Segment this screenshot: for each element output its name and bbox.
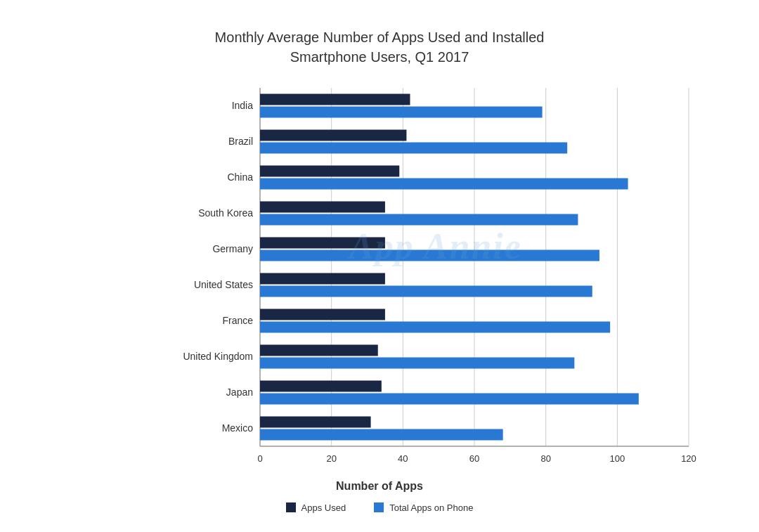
chart-title: Monthly Average Number of Apps Used and … — [56, 27, 703, 67]
svg-text:60: 60 — [469, 453, 479, 464]
legend-color-apps-used — [286, 502, 296, 512]
svg-rect-19 — [260, 237, 385, 248]
svg-rect-17 — [260, 214, 578, 225]
svg-rect-23 — [260, 285, 592, 297]
svg-text:20: 20 — [326, 453, 336, 464]
svg-text:Mexico: Mexico — [222, 422, 254, 433]
svg-rect-26 — [260, 321, 610, 332]
legend-label-apps-used: Apps Used — [301, 502, 346, 513]
svg-rect-25 — [260, 309, 385, 320]
svg-text:China: China — [227, 171, 253, 182]
svg-rect-20 — [260, 249, 599, 261]
svg-rect-34 — [260, 416, 371, 427]
svg-rect-31 — [260, 380, 382, 391]
svg-text:India: India — [232, 99, 254, 110]
svg-text:120: 120 — [681, 453, 696, 464]
svg-rect-13 — [260, 165, 399, 176]
svg-rect-32 — [260, 393, 639, 404]
chart-legend: Apps Used Total Apps on Phone — [56, 502, 703, 513]
svg-text:80: 80 — [540, 453, 550, 464]
legend-item-apps-used: Apps Used — [286, 502, 346, 513]
chart-container: Monthly Average Number of Apps Used and … — [28, 13, 731, 519]
legend-item-total-apps: Total Apps on Phone — [374, 502, 473, 513]
svg-rect-29 — [260, 357, 574, 368]
svg-rect-22 — [260, 273, 385, 284]
svg-text:France: France — [222, 314, 253, 325]
svg-text:40: 40 — [398, 453, 408, 464]
svg-rect-16 — [260, 201, 385, 212]
svg-text:South Korea: South Korea — [198, 207, 253, 218]
legend-color-total-apps — [374, 502, 384, 512]
svg-rect-14 — [260, 178, 628, 189]
svg-rect-8 — [260, 106, 543, 117]
svg-text:United States: United States — [194, 278, 253, 290]
x-axis-label: Number of Apps — [56, 480, 703, 493]
svg-text:United Kingdom: United Kingdom — [183, 350, 253, 361]
svg-rect-28 — [260, 344, 378, 356]
svg-text:Brazil: Brazil — [228, 135, 253, 146]
svg-rect-35 — [260, 429, 503, 440]
legend-label-total-apps: Total Apps on Phone — [389, 502, 473, 513]
svg-rect-11 — [260, 142, 567, 153]
svg-text:0: 0 — [257, 453, 262, 464]
svg-text:Germany: Germany — [212, 242, 253, 254]
bar-chart: IndiaBrazilChinaSouth KoreaGermanyUnited… — [169, 81, 703, 474]
svg-rect-7 — [260, 93, 410, 105]
svg-text:100: 100 — [609, 453, 625, 464]
svg-text:Japan: Japan — [226, 386, 253, 397]
svg-rect-10 — [260, 129, 406, 141]
